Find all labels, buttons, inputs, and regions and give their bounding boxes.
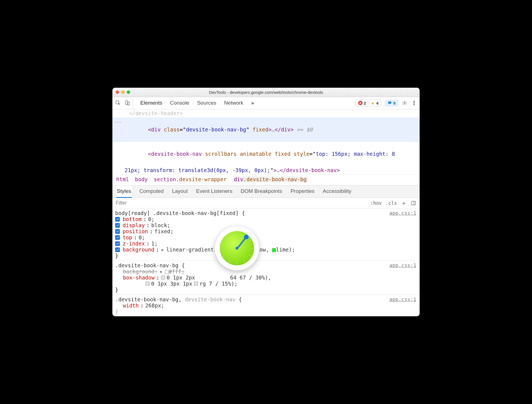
css-declaration[interactable]: background:▶linear-gradient(52deg, yello… — [115, 247, 416, 253]
hov-toggle[interactable]: :hov — [370, 200, 382, 206]
color-swatch-icon[interactable] — [165, 270, 169, 274]
checkbox-icon[interactable] — [115, 247, 120, 252]
color-swatch-icon[interactable] — [194, 282, 198, 286]
css-declaration[interactable]: display: block; — [115, 222, 416, 228]
tab-elements[interactable]: Elements — [140, 100, 162, 106]
dom-line-selected[interactable]: <div class="devsite-book-nav-bg" fixed>…… — [112, 117, 420, 142]
css-declaration[interactable]: width: 268px; — [115, 302, 416, 309]
tabs-overflow[interactable]: » — [251, 100, 254, 106]
subtab-properties[interactable]: Properties — [290, 185, 315, 198]
breadcrumb: html body section.devsite-wrapper div.de… — [112, 174, 420, 185]
styles-filter-row: :hov .cls ＋ — [112, 198, 420, 208]
tab-console[interactable]: Console — [170, 100, 189, 106]
issues-badge[interactable]: 9 — [385, 100, 398, 106]
angle-picker-popover[interactable] — [215, 226, 259, 270]
styles-filter-input[interactable] — [112, 198, 367, 208]
new-style-rule-button[interactable]: ＋ — [401, 199, 407, 207]
devtools-window: DevTools - developers.google.com/web/too… — [112, 88, 420, 317]
window-title: DevTools - developers.google.com/web/too… — [112, 90, 420, 95]
tab-sources[interactable]: Sources — [197, 100, 216, 106]
svg-point-3 — [404, 102, 406, 104]
dom-line[interactable]: <devsite-book-nav scrollbars animatable … — [112, 142, 420, 166]
shadow-swatch-icon[interactable] — [146, 282, 149, 286]
color-swatch-icon[interactable] — [272, 248, 276, 252]
svg-point-4 — [414, 101, 415, 102]
css-selector[interactable]: body[ready] .devsite-book-nav-bg[fixed] … — [115, 210, 416, 216]
css-rule: app.css:1 body[ready] .devsite-book-nav-… — [112, 208, 420, 261]
rule-source-link[interactable]: app.css:1 — [389, 262, 416, 268]
dom-line[interactable]: </devsite-header> — [112, 109, 420, 117]
angle-hub — [236, 247, 238, 250]
console-status-pill[interactable]: 2 4 — [356, 99, 381, 107]
breadcrumb-item-active[interactable]: div.devsite-book-nav-bg — [233, 176, 308, 182]
breadcrumb-item[interactable]: html — [116, 176, 129, 182]
css-declaration[interactable]: position: fixed; — [115, 228, 416, 234]
error-count: 2 — [356, 101, 368, 105]
breadcrumb-item[interactable]: body — [135, 176, 148, 182]
subtab-dom-breakpoints[interactable]: DOM Breakpoints — [240, 185, 283, 198]
css-declaration[interactable]: box-shadow: 0 1px 2px XXXXXXXXXX 64 67 /… — [115, 274, 416, 281]
computed-sidebar-icon[interactable] — [411, 200, 416, 206]
checkbox-icon[interactable] — [115, 229, 120, 234]
styles-pane: app.css:1 body[ready] .devsite-book-nav-… — [112, 208, 420, 316]
css-declaration[interactable]: top: 0; — [115, 234, 416, 240]
angle-clock-face[interactable] — [220, 231, 254, 265]
dom-tree[interactable]: </devsite-header> <div class="devsite-bo… — [112, 109, 420, 175]
warning-count: 4 — [368, 101, 381, 105]
subtab-event-listeners[interactable]: Event Listeners — [195, 185, 233, 198]
dom-line[interactable]: 21px; transform: translate3d(0px, -39px,… — [112, 166, 420, 174]
subtab-computed[interactable]: Computed — [139, 185, 164, 198]
subtab-layout[interactable]: Layout — [171, 185, 188, 198]
css-declaration[interactable]: bottom: 0; — [115, 216, 416, 222]
css-declaration[interactable]: z-index: 1; — [115, 240, 416, 247]
subtab-styles[interactable]: Styles — [116, 185, 132, 198]
css-selector[interactable]: .devsite-book-nav-bg { — [115, 262, 416, 268]
gear-icon[interactable] — [402, 100, 407, 106]
css-selector[interactable]: .devsite-book-nav-bg, devsite-book-nav { — [115, 296, 416, 302]
panel-tabs: Elements Console Sources Network » — [135, 100, 254, 106]
titlebar: DevTools - developers.google.com/web/too… — [112, 88, 420, 97]
kebab-menu-icon[interactable] — [411, 100, 417, 106]
rule-source-link[interactable]: app.css:1 — [389, 210, 416, 216]
svg-point-6 — [414, 104, 415, 105]
styles-subtabs: Styles Computed Layout Event Listeners D… — [112, 185, 420, 198]
css-declaration[interactable]: background:▶#fff; — [115, 268, 416, 274]
cls-toggle[interactable]: .cls — [386, 200, 397, 206]
device-toolbar-icon[interactable] — [125, 100, 130, 106]
expand-icon[interactable]: ▶ — [159, 270, 163, 274]
subtab-accessibility[interactable]: Accessibility — [322, 185, 352, 198]
checkbox-icon[interactable] — [115, 223, 120, 228]
shadow-swatch-icon[interactable] — [161, 276, 165, 279]
checkbox-icon[interactable] — [115, 241, 120, 246]
css-declaration[interactable]: 0 1px 3px 1px rg 7 / 15%); — [115, 281, 416, 287]
checkbox-icon[interactable] — [115, 217, 120, 222]
tab-network[interactable]: Network — [224, 100, 244, 106]
checkbox-icon[interactable] — [115, 235, 120, 240]
main-toolbar: Elements Console Sources Network » 2 4 9 — [112, 97, 420, 109]
inspect-element-icon[interactable] — [115, 100, 121, 106]
svg-rect-7 — [412, 201, 416, 205]
css-rule: app.css:1 .devsite-book-nav-bg { backgro… — [112, 261, 420, 295]
rule-source-link[interactable]: app.css:1 — [389, 296, 416, 302]
breadcrumb-item[interactable]: section.devsite-wrapper — [154, 176, 227, 182]
svg-point-5 — [414, 103, 415, 103]
expand-icon[interactable]: ▶ — [161, 248, 165, 252]
css-rule: app.css:1 .devsite-book-nav-bg, devsite-… — [112, 295, 420, 316]
